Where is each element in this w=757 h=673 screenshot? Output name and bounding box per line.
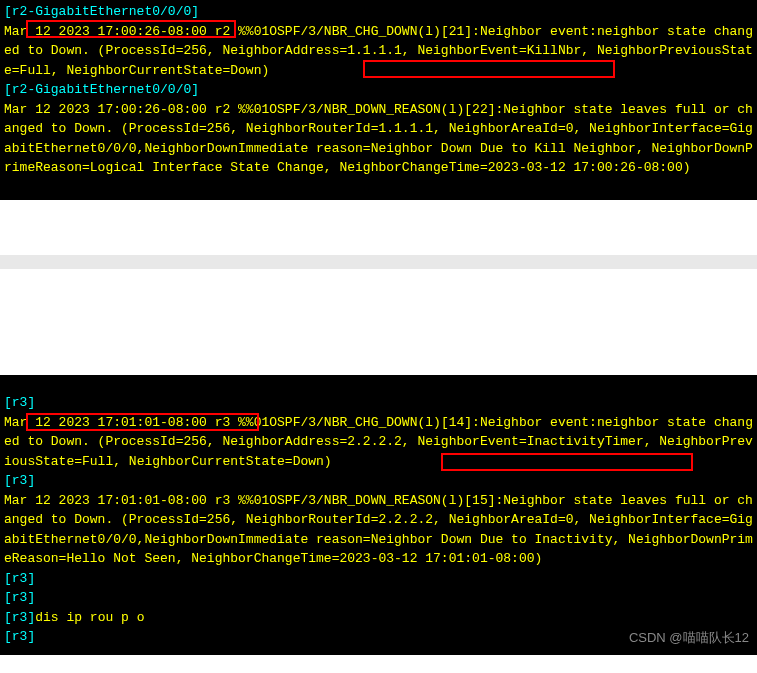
watermark-text: CSDN @喵喵队长12 <box>629 628 749 648</box>
spacer-divider <box>0 255 757 269</box>
command-line[interactable]: [r3]dis ip rou p o <box>4 608 753 628</box>
log-line: Mar 12 2023 17:00:26-08:00 r2 %%01OSPF/3… <box>4 22 753 81</box>
prompt: [r3] <box>4 610 35 625</box>
terminal-output-r2: [r2-GigabitEthernet0/0/0] Mar 12 2023 17… <box>0 0 757 200</box>
prompt-line: [r3] <box>4 471 753 491</box>
timestamp-highlighted: 12 2023 17:00:26-08:00 <box>27 24 214 39</box>
log-line: Mar 12 2023 17:00:26-08:00 r2 %%01OSPF/3… <box>4 100 753 178</box>
state-highlighted: NeighborCurrentState=Down) <box>129 454 332 469</box>
spacer <box>0 255 757 375</box>
log-line: Mar 12 2023 17:01:01-08:00 r3 %%01OSPF/3… <box>4 491 753 569</box>
timestamp-highlighted: 12 2023 17:01:01-08:00 <box>27 415 214 430</box>
prompt-line: [r3] <box>4 393 753 413</box>
prompt-line: [r3] <box>4 588 753 608</box>
prompt-line: [r2-GigabitEthernet0/0/0] <box>4 2 753 22</box>
terminal-output-r3: [r3] Mar 12 2023 17:01:01-08:00 r3 %%01O… <box>0 375 757 655</box>
user-command: dis ip rou p o <box>35 610 144 625</box>
prompt-line: [r2-GigabitEthernet0/0/0] <box>4 80 753 100</box>
log-prefix: Mar <box>4 415 27 430</box>
log-prefix: Mar <box>4 24 27 39</box>
log-line: Mar 12 2023 17:01:01-08:00 r3 %%01OSPF/3… <box>4 413 753 472</box>
prompt-line: [r3] <box>4 569 753 589</box>
state-highlighted: NeighborCurrentState=Down) <box>66 63 269 78</box>
